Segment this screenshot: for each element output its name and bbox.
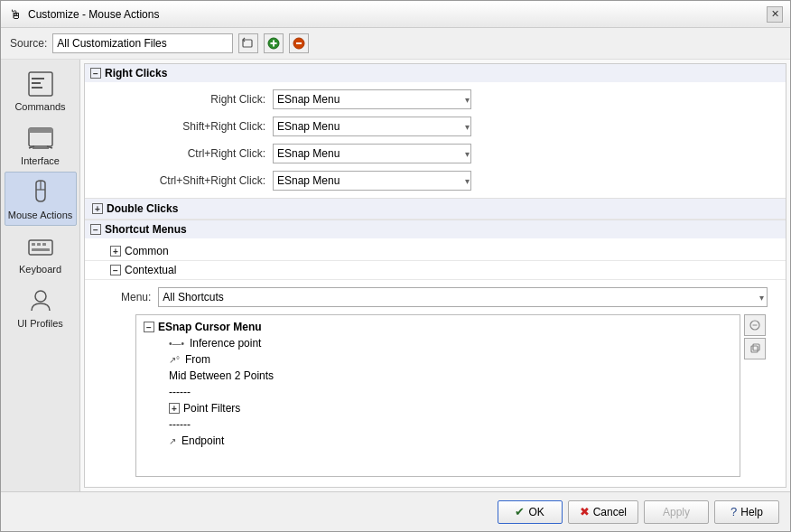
svg-rect-19 [37,243,41,246]
esnap-menu-label: ESnap Cursor Menu [158,321,262,333]
source-select-wrap: All Customization Files Custom File [52,33,233,53]
shortcut-menus-label: Shortcut Menus [105,223,187,236]
inner-tree-item-7[interactable]: ↗ Endpoint [136,433,740,449]
cancel-icon: ✖ [580,505,590,518]
remove-icon [293,37,305,50]
sidebar-item-interface[interactable]: Interface [5,117,77,172]
tree-edit-button[interactable] [744,314,766,336]
inner-tree-container: − ESnap Cursor Menu •—• Inference point [135,314,740,477]
help-button[interactable]: ? Help [714,500,779,524]
source-reload-button[interactable] [238,33,258,53]
contextual-content: Menu: All Shortcuts ▾ [85,280,786,484]
sidebar-item-ui-profiles[interactable]: UI Profiles [5,280,77,334]
right-click-row-1: Shift+Right Click: ESnap Menu ▾ [85,113,786,140]
contextual-header[interactable]: − Contextual [85,261,786,280]
inner-tree-item-1[interactable]: •—• Inference point [136,335,740,351]
cancel-label: Cancel [593,506,627,518]
source-label: Source: [10,37,47,50]
right-click-label-0: Right Click: [121,93,265,106]
apply-label: Apply [663,506,690,518]
dialog-icon: 🖱 [8,7,23,22]
sidebar-item-mouse-actions[interactable]: Mouse Actions [5,172,77,226]
svg-rect-7 [32,78,44,79]
tree-side-buttons [744,314,766,359]
common-subsection-header[interactable]: + Common [85,242,786,261]
right-click-row-3: Ctrl+Shift+Right Click: ESnap Menu ▾ [85,167,786,194]
sidebar-item-keyboard[interactable]: Keyboard [5,226,77,280]
menu-select[interactable]: All Shortcuts [158,287,768,307]
shortcut-menus-collapse-icon: − [90,224,101,235]
ui-profiles-icon [26,286,55,315]
inner-tree-item-6: ------ [136,416,740,433]
keyboard-icon [26,232,55,261]
from-label: From [185,353,210,366]
right-click-label-3: Ctrl+Shift+Right Click: [121,174,265,187]
double-clicks-section: + Double Clicks [85,199,786,220]
help-label: Help [740,506,763,518]
right-click-select-1[interactable]: ESnap Menu [273,117,471,136]
svg-rect-20 [42,243,46,246]
double-clicks-header[interactable]: + Double Clicks [85,199,786,219]
commands-label: Commands [14,101,65,112]
contextual-subsection: − Contextual Menu: All Shortcuts [85,261,786,484]
svg-rect-17 [29,240,52,255]
cancel-button[interactable]: ✖ Cancel [568,500,638,524]
title-bar: 🖱 Customize - Mouse Actions ✕ [1,1,790,28]
from-icon: ↗° [169,355,180,365]
mouse-actions-icon [26,178,55,207]
apply-button[interactable]: Apply [644,500,709,524]
ok-label: OK [528,506,544,518]
right-panel: − Right Clicks Right Click: ESnap Menu ▾ [80,60,790,491]
right-click-label-1: Shift+Right Click: [121,120,265,133]
source-bar: Source: All Customization Files Custom F… [1,28,790,60]
tree-area[interactable]: − Right Clicks Right Click: ESnap Menu ▾ [84,63,786,488]
inner-tree-item-5[interactable]: + Point Filters [136,400,740,416]
copy-icon [749,342,761,355]
menu-row: Menu: All Shortcuts ▾ [85,284,786,311]
source-add-button[interactable] [264,33,284,53]
close-button[interactable]: ✕ [767,6,783,23]
add-icon [267,37,280,50]
endpoint-icon: ↗ [169,436,176,446]
right-click-row-2: Ctrl+Right Click: ESnap Menu ▾ [85,140,786,167]
menu-label: Menu: [121,291,151,303]
right-click-select-2[interactable]: ESnap Menu [273,144,471,163]
inference-icon: •—• [169,339,184,349]
point-filters-label: Point Filters [183,402,240,415]
reload-icon [242,37,255,50]
inner-tree-item-2[interactable]: ↗° From [136,351,740,368]
inner-tree-area[interactable]: − ESnap Cursor Menu •—• Inference point [135,314,740,477]
right-click-select-wrap-1: ESnap Menu ▾ [273,117,471,136]
inner-tree-content: − ESnap Cursor Menu •—• Inference point [136,315,740,453]
separator-2: ------ [169,418,191,431]
common-expand-icon: + [110,246,121,257]
right-click-select-wrap-2: ESnap Menu ▾ [273,144,471,163]
source-select[interactable]: All Customization Files Custom File [52,33,233,53]
sidebar-item-commands[interactable]: Commands [5,63,77,117]
svg-point-22 [35,291,46,302]
right-click-select-3[interactable]: ESnap Menu [273,171,471,191]
tree-copy-button[interactable] [744,338,766,359]
separator-1: ------ [169,386,191,398]
source-remove-button[interactable] [289,33,309,53]
ok-button[interactable]: ✔ OK [498,500,563,524]
svg-rect-21 [32,248,50,251]
inner-tree-item-4: ------ [136,384,740,400]
esnap-collapse-icon: − [144,322,154,332]
ok-icon: ✔ [515,505,525,518]
main-content: Commands Interface [1,60,790,491]
right-click-select-wrap-0: ESnap Menu ▾ [273,89,471,109]
right-clicks-label: Right Clicks [105,67,167,79]
svg-rect-18 [32,243,35,246]
interface-icon [26,124,55,153]
inner-tree-item-3[interactable]: Mid Between 2 Points [136,368,740,384]
shortcut-menus-header[interactable]: − Shortcut Menus [85,220,786,238]
right-clicks-header[interactable]: − Right Clicks [85,64,786,82]
shortcut-menus-content: + Common − Contextual [85,238,786,488]
right-click-select-0[interactable]: ESnap Menu [273,89,471,109]
svg-rect-26 [753,344,759,350]
svg-rect-25 [751,346,758,352]
contextual-label: Contextual [125,264,176,276]
endpoint-label: Endpoint [181,434,224,447]
inner-tree-item-0[interactable]: − ESnap Cursor Menu [136,319,740,335]
